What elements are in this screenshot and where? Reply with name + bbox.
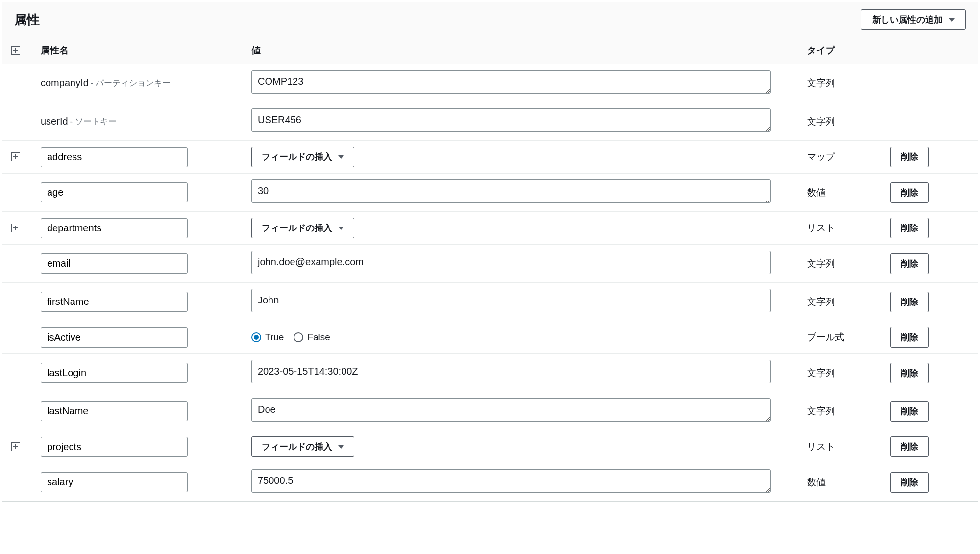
attribute-type: リスト xyxy=(807,440,890,453)
table-row: userId - ソートキー文字列 xyxy=(2,102,978,141)
panel-title: 属性 xyxy=(14,11,40,28)
attribute-name-input[interactable] xyxy=(41,218,188,238)
col-value: 値 xyxy=(251,44,807,57)
attribute-type: 文字列 xyxy=(807,367,890,379)
delete-button[interactable]: 削除 xyxy=(890,436,929,457)
delete-button[interactable]: 削除 xyxy=(890,472,929,493)
insert-field-button[interactable]: フィールドの挿入 xyxy=(251,218,354,238)
table-row: 文字列削除 xyxy=(2,283,978,321)
delete-button[interactable]: 削除 xyxy=(890,147,929,167)
radio-icon xyxy=(251,332,261,342)
attribute-name-static: companyId xyxy=(41,77,89,89)
table-row: フィールドの挿入マップ削除 xyxy=(2,141,978,174)
table-row: companyId - パーティションキー文字列 xyxy=(2,64,978,102)
add-attribute-button[interactable]: 新しい属性の追加 xyxy=(861,9,966,30)
delete-button[interactable]: 削除 xyxy=(890,363,929,383)
rows-container: companyId - パーティションキー文字列userId - ソートキー文字… xyxy=(2,64,978,501)
attribute-value-input[interactable] xyxy=(251,289,771,312)
add-attribute-label: 新しい属性の追加 xyxy=(872,14,943,25)
delete-button[interactable]: 削除 xyxy=(890,218,929,238)
caret-down-icon xyxy=(949,18,955,22)
radio-false[interactable]: False xyxy=(294,332,330,343)
delete-button[interactable]: 削除 xyxy=(890,253,929,274)
col-type: タイプ xyxy=(807,44,890,57)
attribute-name-input[interactable] xyxy=(41,292,188,312)
table-row: 文字列削除 xyxy=(2,245,978,283)
attribute-value-input[interactable] xyxy=(251,108,771,132)
table-row: 文字列削除 xyxy=(2,392,978,430)
attribute-type: 文字列 xyxy=(807,115,890,128)
attribute-type: 文字列 xyxy=(807,77,890,90)
attribute-type: マップ xyxy=(807,151,890,163)
attribute-name-input[interactable] xyxy=(41,472,188,492)
attribute-type: 文字列 xyxy=(807,257,890,270)
table-row: フィールドの挿入リスト削除 xyxy=(2,430,978,463)
attribute-name-input[interactable] xyxy=(41,253,188,274)
attribute-name-input[interactable] xyxy=(41,437,188,457)
attribute-value-input[interactable] xyxy=(251,70,771,94)
attribute-type: リスト xyxy=(807,222,890,234)
delete-button[interactable]: 削除 xyxy=(890,327,929,348)
insert-field-button[interactable]: フィールドの挿入 xyxy=(251,436,354,457)
expand-row-icon[interactable] xyxy=(11,224,20,232)
attribute-type: 数値 xyxy=(807,186,890,199)
attribute-name-input[interactable] xyxy=(41,363,188,383)
attribute-value-input[interactable] xyxy=(251,179,771,203)
delete-button[interactable]: 削除 xyxy=(890,401,929,422)
attribute-value-input[interactable] xyxy=(251,360,771,383)
caret-down-icon xyxy=(338,155,344,159)
delete-button[interactable]: 削除 xyxy=(890,182,929,203)
radio-true[interactable]: True xyxy=(251,332,284,343)
attribute-name-input[interactable] xyxy=(41,147,188,167)
bool-radio-group: TrueFalse xyxy=(251,332,787,343)
table-row: 数値削除 xyxy=(2,174,978,212)
attribute-name-input[interactable] xyxy=(41,182,188,202)
key-type-label: - パーティションキー xyxy=(91,77,171,89)
col-name: 属性名 xyxy=(41,44,251,57)
table-row: フィールドの挿入リスト削除 xyxy=(2,212,978,245)
radio-label: False xyxy=(307,332,330,343)
table-row: TrueFalseブール式削除 xyxy=(2,321,978,354)
attribute-type: 数値 xyxy=(807,476,890,489)
attribute-type: 文字列 xyxy=(807,405,890,418)
delete-button[interactable]: 削除 xyxy=(890,292,929,312)
insert-field-label: フィールドの挿入 xyxy=(262,222,332,234)
radio-icon xyxy=(294,332,303,342)
insert-field-label: フィールドの挿入 xyxy=(262,151,332,163)
panel-header: 属性 新しい属性の追加 xyxy=(2,2,978,37)
insert-field-label: フィールドの挿入 xyxy=(262,441,332,453)
table-header-row: 属性名 値 タイプ xyxy=(2,37,978,64)
caret-down-icon xyxy=(338,227,344,230)
attribute-name-input[interactable] xyxy=(41,401,188,421)
key-type-label: - ソートキー xyxy=(70,116,117,127)
table-row: 数値削除 xyxy=(2,463,978,501)
table-row: 文字列削除 xyxy=(2,354,978,392)
expand-row-icon[interactable] xyxy=(11,442,20,451)
attribute-name-input[interactable] xyxy=(41,327,188,348)
attribute-value-input[interactable] xyxy=(251,251,771,274)
attributes-panel: 属性 新しい属性の追加 属性名 値 タイプ companyId - パーティショ… xyxy=(2,2,978,502)
caret-down-icon xyxy=(338,445,344,449)
attribute-type: 文字列 xyxy=(807,296,890,308)
radio-label: True xyxy=(265,332,284,343)
expand-row-icon[interactable] xyxy=(11,152,20,161)
attribute-value-input[interactable] xyxy=(251,469,771,493)
attribute-name-static: userId xyxy=(41,116,68,127)
insert-field-button[interactable]: フィールドの挿入 xyxy=(251,147,354,167)
expand-all-icon[interactable] xyxy=(11,46,20,55)
attribute-type: ブール式 xyxy=(807,331,890,344)
attribute-value-input[interactable] xyxy=(251,398,771,422)
